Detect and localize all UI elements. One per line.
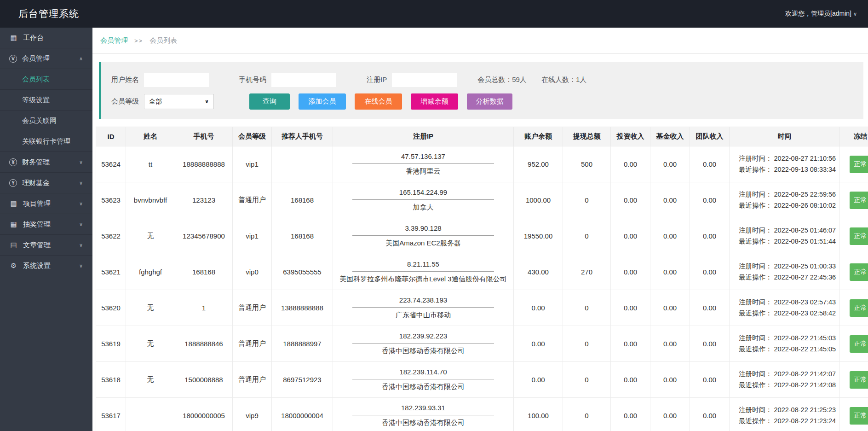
cell-phone: 18000000005 <box>175 398 233 431</box>
cell-phone: 1500008888 <box>175 362 233 398</box>
ip-location: 广东省中山市移动 <box>333 311 513 320</box>
cell-referrer: 6395055555 <box>272 254 333 290</box>
cell-invest-income: 0.00 <box>611 290 650 326</box>
cell-balance: 0.00 <box>514 290 563 326</box>
cell-balance: 1000.00 <box>514 182 563 218</box>
cell-withdraw-total: 0 <box>563 218 611 254</box>
cell-team-income: 0.00 <box>690 146 730 182</box>
sidebar-item-label: 系统设置 <box>23 262 51 270</box>
status-badge[interactable]: 正常 <box>850 299 868 317</box>
sidebar-subitem-1-0[interactable]: 会员列表 <box>0 69 92 90</box>
cell-status: 正常 <box>840 398 868 431</box>
chevron-down-icon: ∨ <box>79 242 83 248</box>
cell-withdraw-total: 0 <box>563 398 611 431</box>
chevron-down-icon: ∨ <box>205 99 209 105</box>
ip-location: 美国科罗拉多州布隆菲尔德市Level 3通信股份有限公司 <box>333 275 513 284</box>
chevron-down-icon: ∨ <box>79 159 83 165</box>
cell-time: 注册时间： 2022-08-23 02:57:43最近操作： 2022-08-2… <box>730 290 840 326</box>
chevron-down-icon: ∨ <box>853 11 857 17</box>
last-operation-time: 最近操作： 2022-08-27 22:45:36 <box>739 272 839 283</box>
cell-time: 注册时间： 2022-08-25 01:00:33最近操作： 2022-08-2… <box>730 254 840 290</box>
ip-location: 香港阿里云 <box>333 167 513 176</box>
ip-location: 香港中国移动香港有限公司 <box>333 347 513 355</box>
status-badge[interactable]: 正常 <box>850 156 868 173</box>
status-badge[interactable]: 正常 <box>850 263 868 281</box>
filter-buttons: 查询添加会员在线会员增减余额分析数据 <box>249 93 512 110</box>
cell-register-ip: 165.154.224.99加拿大 <box>333 182 514 218</box>
add-member-button[interactable]: 添加会员 <box>299 93 346 110</box>
sidebar-item-0[interactable]: ▦工作台 <box>0 28 92 48</box>
cell-phone: 168168 <box>175 254 233 290</box>
ip-address: 165.154.224.99 <box>352 188 494 200</box>
ip-address: 8.21.11.55 <box>352 260 494 272</box>
sidebar-item-3[interactable]: ¥理财基金∨ <box>0 173 92 193</box>
sidebar-item-6[interactable]: ▤文章管理∨ <box>0 235 92 256</box>
cell-withdraw-total: 0 <box>563 182 611 218</box>
column-header: 团队收入 <box>690 127 730 146</box>
level-select[interactable]: 全部 ∨ <box>144 94 214 109</box>
register-time: 注册时间： 2022-08-25 22:59:56 <box>739 189 839 200</box>
sidebar-item-label: 会员管理 <box>22 54 50 63</box>
cell-register-ip: 182.239.93.31香港中国移动香港有限公司 <box>333 398 514 431</box>
cell-id: 53623 <box>96 182 126 218</box>
sidebar-item-label: 抽奖管理 <box>23 220 51 229</box>
cell-name: 无 <box>126 290 175 326</box>
sidebar-item-4[interactable]: ▤项目管理∨ <box>0 193 92 214</box>
ip-address: 182.239.93.31 <box>352 404 494 415</box>
cell-name: 无 <box>126 218 175 254</box>
status-badge[interactable]: 正常 <box>850 227 868 245</box>
cell-time: 注册时间： 2022-08-27 21:10:56最近操作： 2022-09-1… <box>730 146 840 182</box>
sidebar-subitem-1-1[interactable]: 等级设置 <box>0 90 92 111</box>
status-badge[interactable]: 正常 <box>850 407 868 425</box>
cell-fund-income: 0.00 <box>650 326 690 362</box>
sidebar-subitem-1-2[interactable]: 会员关联网 <box>0 111 92 131</box>
cell-name: fghghgf <box>126 254 175 290</box>
online-members-button[interactable]: 在线会员 <box>355 93 402 110</box>
chevron-down-icon: ∨ <box>79 201 83 207</box>
register-time: 注册时间： 2022-08-23 02:57:43 <box>739 297 839 308</box>
analyze-data-button[interactable]: 分析数据 <box>467 93 512 110</box>
sidebar-item-7[interactable]: ⚙系统设置∨ <box>0 256 92 276</box>
status-badge[interactable]: 正常 <box>850 371 868 389</box>
cell-phone: 1 <box>175 290 233 326</box>
breadcrumb-separator: >> <box>134 37 143 44</box>
cell-name: 无 <box>126 362 175 398</box>
sidebar-item-2[interactable]: ¥财务管理∨ <box>0 152 92 173</box>
username-input[interactable] <box>144 73 209 87</box>
cell-balance: 952.00 <box>514 146 563 182</box>
cell-register-ip: 223.74.238.193广东省中山市移动 <box>333 290 514 326</box>
sidebar-item-label: 项目管理 <box>23 199 51 208</box>
status-badge[interactable]: 正常 <box>850 335 868 353</box>
cell-balance: 0.00 <box>514 362 563 398</box>
cell-time: 注册时间： 2022-08-22 21:42:07最近操作： 2022-08-2… <box>730 362 840 398</box>
chevron-down-icon: ∨ <box>79 180 83 186</box>
cell-id: 53619 <box>96 326 126 362</box>
breadcrumb-parent[interactable]: 会员管理 <box>100 36 128 45</box>
sidebar-item-label: 财务管理 <box>22 158 50 167</box>
level-label: 会员等级 <box>111 97 139 106</box>
register-ip-input[interactable] <box>392 73 457 87</box>
user-menu[interactable]: 欢迎您，管理员[admin] ∨ <box>785 10 857 18</box>
cell-team-income: 0.00 <box>690 290 730 326</box>
sidebar-item-1[interactable]: V会员管理∧ <box>0 48 92 69</box>
phone-input[interactable] <box>271 73 336 87</box>
last-operation-time: 最近操作： 2022-08-25 01:51:44 <box>739 236 839 247</box>
chevron-down-icon: ∨ <box>79 221 83 227</box>
status-badge[interactable]: 正常 <box>850 192 868 209</box>
cell-level: 普通用户 <box>233 326 272 362</box>
sidebar: ▦工作台V会员管理∧会员列表等级设置会员关联网关联银行卡管理¥财务管理∨¥理财基… <box>0 28 92 431</box>
lottery-grid-icon: ▦ <box>9 220 18 228</box>
cell-phone: 1888888846 <box>175 326 233 362</box>
adjust-balance-button[interactable]: 增减余额 <box>411 93 458 110</box>
cell-withdraw-total: 500 <box>563 146 611 182</box>
cell-status: 正常 <box>840 218 868 254</box>
cell-balance: 430.00 <box>514 254 563 290</box>
cell-withdraw-total: 0 <box>563 290 611 326</box>
cell-status: 正常 <box>840 254 868 290</box>
sidebar-subitem-1-3[interactable]: 关联银行卡管理 <box>0 131 92 152</box>
sidebar-item-5[interactable]: ▦抽奖管理∨ <box>0 214 92 235</box>
column-header: 基金收入 <box>650 127 690 146</box>
ip-address: 3.39.90.128 <box>352 224 494 236</box>
query-button[interactable]: 查询 <box>249 93 290 110</box>
ip-location: 加拿大 <box>333 203 513 212</box>
